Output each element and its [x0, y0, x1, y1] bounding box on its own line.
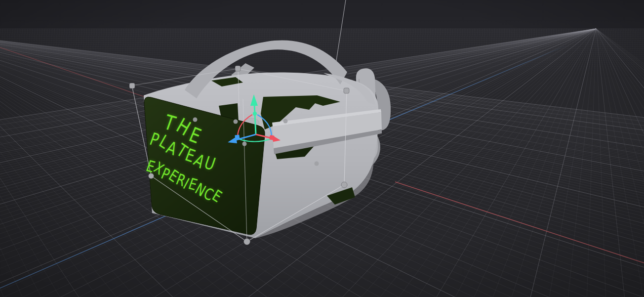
gizmo-z-handle[interactable]	[235, 134, 240, 139]
selection-handle[interactable]	[315, 162, 319, 166]
gizmo-y-handle[interactable]	[253, 112, 257, 116]
selection-handle[interactable]	[283, 119, 288, 124]
selection-handle[interactable]	[129, 83, 135, 88]
selection-handle[interactable]	[234, 120, 238, 124]
selection-handle[interactable]	[242, 142, 247, 146]
gizmo-x-handle[interactable]	[269, 135, 274, 140]
selection-handle[interactable]	[149, 173, 154, 179]
z-axis-line	[0, 215, 168, 288]
3d-viewport[interactable]: THE PLATEAU EXPERIENCE	[0, 0, 644, 297]
selection-handle[interactable]	[344, 88, 349, 93]
selection-handle[interactable]	[193, 118, 198, 122]
selection-handle[interactable]	[235, 66, 241, 71]
selection-handle[interactable]	[341, 182, 347, 188]
selection-handle[interactable]	[244, 239, 250, 245]
